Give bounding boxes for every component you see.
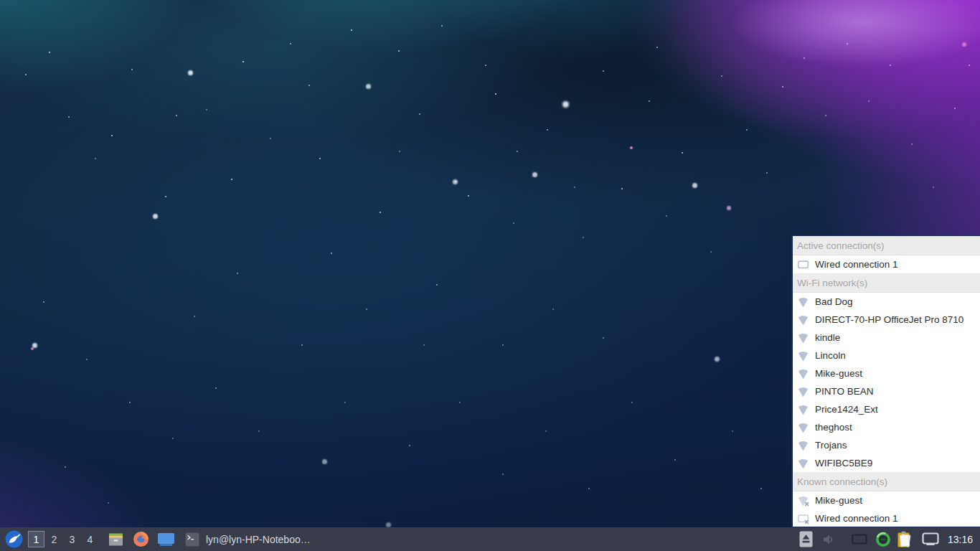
- desktop-monitor-icon[interactable]: [922, 532, 939, 546]
- wifi-icon: [797, 314, 809, 326]
- menu-item-mike-guest[interactable]: Mike-guest: [793, 491, 980, 509]
- wired-icon: [797, 258, 809, 270]
- clipboard-icon[interactable]: [897, 531, 913, 548]
- terminal-launcher[interactable]: [156, 530, 175, 549]
- menu-item-label: Wired connection 1: [815, 513, 898, 524]
- menu-item-label: Wired connection 1: [815, 259, 898, 270]
- task-button-terminal[interactable]: lyn@lyn-HP-Noteboo…: [185, 532, 311, 547]
- wifi-icon: [797, 403, 809, 415]
- menu-item-lincoln[interactable]: Lincoln: [793, 347, 980, 364]
- star-field-pink: [0, 0, 3, 3]
- menu-item-label: Mike-guest: [815, 368, 862, 379]
- file-manager-launcher[interactable]: [106, 530, 125, 549]
- eject-icon[interactable]: [799, 531, 813, 547]
- menu-item-direct-70-hp-officejet-pro-8710[interactable]: DIRECT-70-HP OfficeJet Pro 8710: [793, 311, 980, 329]
- qterminal-icon: [157, 532, 175, 547]
- workspace-button-4[interactable]: 4: [82, 531, 98, 547]
- menu-item-price1424-ext[interactable]: Price1424_Ext: [793, 400, 980, 418]
- workspace-button-2[interactable]: 2: [46, 531, 62, 547]
- wifi-icon: [797, 331, 809, 344]
- menu-item-trojans[interactable]: Trojans: [793, 436, 980, 454]
- wifi-icon: [797, 367, 809, 380]
- menu-item-label: kindle: [815, 332, 840, 343]
- wifi-icon: [797, 457, 809, 469]
- clock[interactable]: 13:16: [948, 534, 973, 545]
- task-button-label: lyn@lyn-HP-Noteboo…: [206, 534, 311, 545]
- wifi-icon: [797, 439, 809, 451]
- menu-item-label: theghost: [815, 422, 852, 433]
- desktop: Active connection(s)Wired connection 1Wi…: [0, 0, 980, 551]
- menu-item-label: Mike-guest: [815, 495, 862, 506]
- network-monitor-dim-icon[interactable]: [852, 534, 867, 545]
- menu-section-header: Wi-Fi network(s): [793, 273, 980, 293]
- menu-item-kindle[interactable]: kindle: [793, 329, 980, 347]
- menu-item-wired-connection-1[interactable]: Wired connection 1: [793, 509, 980, 527]
- wifi-icon: [797, 349, 809, 362]
- taskbar: 1234: [0, 527, 980, 551]
- menu-item-wired-connection-1[interactable]: Wired connection 1: [793, 255, 980, 273]
- lxqt-logo-icon: [5, 530, 23, 548]
- wired-known-icon: [797, 512, 809, 524]
- menu-item-label: Lincoln: [815, 350, 846, 361]
- workspace-button-1[interactable]: 1: [28, 531, 44, 547]
- menu-item-pinto-bean[interactable]: PINTO BEAN: [793, 382, 980, 400]
- firefox-icon: [133, 531, 149, 547]
- quick-launch: [106, 530, 175, 549]
- firefox-launcher[interactable]: [131, 530, 150, 549]
- menu-item-label: DIRECT-70-HP OfficeJet Pro 8710: [815, 314, 963, 325]
- wifi-icon: [797, 385, 809, 397]
- system-tray: 13:16: [799, 531, 976, 548]
- menu-item-label: WIFIBC5BE9: [815, 458, 872, 468]
- wifi-icon: [797, 296, 809, 308]
- volume-icon[interactable]: [821, 532, 836, 547]
- green-status-icon[interactable]: [875, 532, 891, 547]
- menu-section-header: Known connection(s): [793, 472, 980, 491]
- menu-item-label: PINTO BEAN: [815, 386, 874, 397]
- menu-section-header: Active connection(s): [793, 236, 980, 255]
- menu-item-mike-guest[interactable]: Mike-guest: [793, 364, 980, 382]
- menu-item-theghost[interactable]: theghost: [793, 418, 980, 436]
- menu-item-bad-dog[interactable]: Bad Dog: [793, 293, 980, 311]
- workspace-switcher: 1234: [28, 531, 98, 547]
- wifi-icon: [797, 421, 809, 433]
- wifi-known-icon: [797, 494, 809, 507]
- terminal-window-icon: [185, 532, 199, 547]
- menu-item-label: Price1424_Ext: [815, 404, 878, 415]
- menu-item-label: Bad Dog: [815, 296, 853, 307]
- menu-item-label: Trojans: [815, 440, 847, 451]
- network-manager-popup: Active connection(s)Wired connection 1Wi…: [791, 235, 980, 527]
- start-menu-button[interactable]: [4, 530, 23, 549]
- menu-item-wifibc5be9[interactable]: WIFIBC5BE9: [793, 454, 980, 472]
- file-manager-icon: [108, 533, 123, 546]
- workspace-button-3[interactable]: 3: [64, 531, 80, 547]
